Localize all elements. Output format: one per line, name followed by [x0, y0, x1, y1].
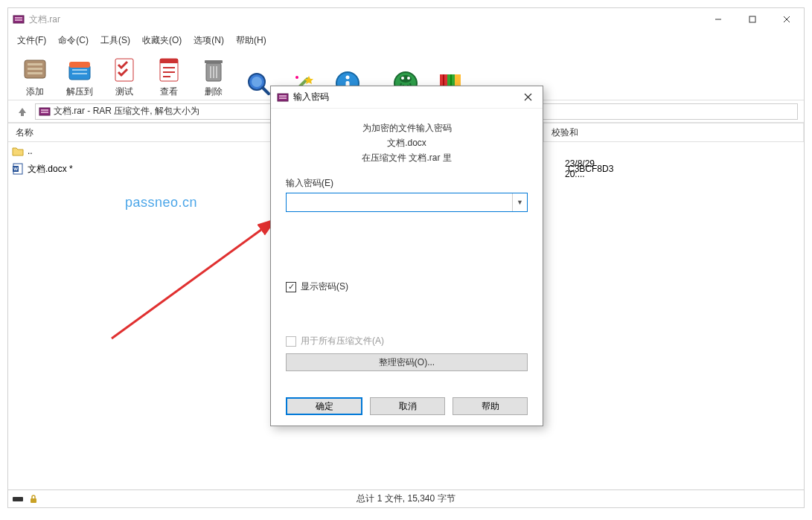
password-label: 输入密码(E): [286, 177, 528, 190]
svg-point-31: [295, 76, 298, 79]
svg-rect-59: [279, 95, 287, 97]
show-password-row[interactable]: ✓ 显示密码(S): [286, 280, 528, 293]
archive-icon: [39, 106, 51, 118]
svg-rect-25: [216, 66, 217, 78]
close-button[interactable]: [770, 8, 804, 31]
dialog-titlebar: 输入密码: [271, 86, 543, 109]
docx-icon: W: [11, 163, 25, 175]
combo-dropdown-button[interactable]: ▼: [512, 193, 527, 211]
svg-point-34: [346, 75, 350, 79]
svg-rect-9: [28, 68, 42, 70]
show-password-label: 显示密码(S): [301, 280, 348, 293]
titlebar: 文档.rar: [8, 8, 804, 31]
svg-rect-17: [160, 59, 178, 63]
password-input[interactable]: [287, 193, 512, 211]
dialog-close-button[interactable]: [513, 86, 543, 109]
status-left: [8, 495, 142, 504]
menu-options[interactable]: 选项(N): [188, 31, 230, 50]
col-name[interactable]: 名称: [8, 123, 284, 141]
svg-rect-13: [72, 69, 87, 71]
svg-marker-30: [304, 76, 313, 84]
svg-rect-50: [41, 109, 48, 111]
svg-text:W: W: [13, 167, 18, 171]
path-text: 文档.rar - RAR 压缩文件, 解包大小为: [54, 105, 199, 118]
menu-file[interactable]: 文件(F): [11, 31, 52, 50]
svg-rect-24: [213, 66, 214, 78]
svg-line-28: [263, 88, 269, 94]
lock-icon: [29, 495, 38, 504]
svg-rect-22: [205, 60, 223, 63]
dialog-title: 输入密码: [293, 91, 513, 103]
svg-rect-23: [210, 66, 211, 78]
menubar: 文件(F) 命令(C) 工具(S) 收藏夹(O) 选项(N) 帮助(H): [8, 31, 804, 50]
show-password-checkbox[interactable]: ✓: [286, 282, 296, 292]
svg-point-39: [407, 77, 410, 80]
password-dialog: 输入密码 为加密的文件输入密码 文档.docx 在压缩文件 文档.rar 里 输…: [270, 86, 543, 426]
menu-fav[interactable]: 收藏夹(O): [136, 31, 188, 50]
svg-rect-15: [115, 59, 133, 81]
dialog-body: 为加密的文件输入密码 文档.docx 在压缩文件 文档.rar 里 输入密码(E…: [271, 109, 543, 390]
svg-rect-2: [15, 19, 22, 21]
menu-command[interactable]: 命令(C): [52, 31, 95, 50]
dialog-app-icon: [277, 92, 289, 103]
window-controls: [701, 8, 804, 31]
svg-rect-12: [69, 62, 90, 68]
col-checksum[interactable]: 校验和: [544, 123, 804, 141]
tool-test[interactable]: 测试: [103, 52, 145, 98]
extract-icon: [65, 54, 95, 84]
statusbar: 总计 1 文件, 15,340 字节: [8, 489, 804, 507]
menu-tools[interactable]: 工具(S): [95, 31, 136, 50]
use-all-checkbox: [286, 336, 296, 347]
dialog-message: 为加密的文件输入密码 文档.docx 在压缩文件 文档.rar 里: [286, 121, 528, 165]
use-all-row: 用于所有压缩文件(A): [286, 335, 528, 347]
svg-rect-10: [28, 72, 42, 74]
svg-rect-14: [72, 73, 87, 74]
minimize-button[interactable]: [701, 8, 735, 31]
tool-view[interactable]: 查看: [148, 52, 190, 98]
view-icon: [154, 54, 184, 84]
add-icon: [20, 54, 50, 84]
dialog-button-row: 确定 取消 帮助: [271, 390, 543, 426]
app-icon: [13, 13, 25, 25]
svg-rect-1: [15, 17, 22, 19]
svg-rect-4: [749, 16, 755, 22]
tool-add[interactable]: 添加: [14, 52, 56, 98]
status-indicator-icon: [13, 495, 26, 503]
tool-extract[interactable]: 解压到: [59, 52, 100, 98]
help-button[interactable]: 帮助: [453, 397, 528, 415]
window-title: 文档.rar: [29, 13, 701, 26]
svg-point-38: [401, 77, 404, 80]
svg-rect-51: [41, 112, 48, 113]
up-button[interactable]: [14, 103, 31, 120]
svg-rect-55: [13, 497, 23, 501]
svg-rect-8: [28, 63, 42, 65]
ok-button[interactable]: 确定: [286, 397, 362, 415]
svg-rect-56: [31, 498, 36, 503]
find-icon: [243, 68, 273, 98]
cancel-button[interactable]: 取消: [370, 397, 445, 415]
status-summary: 总计 1 文件, 15,340 字节: [142, 492, 670, 505]
test-icon: [109, 54, 139, 84]
watermark: passneo.cn: [125, 195, 197, 211]
maximize-button[interactable]: [735, 8, 770, 31]
svg-point-27: [252, 77, 262, 87]
svg-rect-60: [279, 97, 287, 99]
password-combo: ▼: [286, 193, 528, 212]
use-all-label: 用于所有压缩文件(A): [301, 335, 384, 347]
menu-help[interactable]: 帮助(H): [230, 31, 272, 50]
delete-icon: [199, 54, 228, 84]
tool-delete[interactable]: 删除: [193, 52, 234, 98]
manage-passwords-button[interactable]: 整理密码(O)...: [286, 353, 528, 371]
folder-up-icon: [11, 145, 25, 157]
